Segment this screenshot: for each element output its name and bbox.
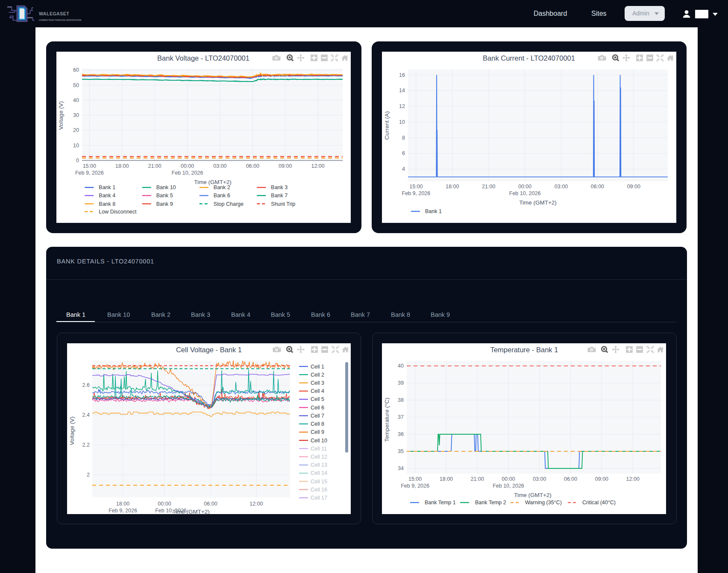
svg-text:09:00: 09:00 — [595, 476, 608, 482]
svg-text:Cell 6: Cell 6 — [311, 405, 324, 411]
svg-text:Feb 9, 2026: Feb 9, 2026 — [401, 483, 429, 489]
svg-text:12:00: 12:00 — [311, 163, 324, 169]
svg-text:CONNECTION THROUGH INTEGRATION: CONNECTION THROUGH INTEGRATION — [39, 19, 82, 21]
svg-text:00:00: 00:00 — [518, 184, 531, 190]
svg-text:Feb 9, 2026: Feb 9, 2026 — [109, 508, 137, 514]
svg-text:Bank 2: Bank 2 — [214, 184, 230, 190]
svg-text:21:00: 21:00 — [482, 184, 495, 190]
svg-text:Cell 13: Cell 13 — [311, 462, 327, 468]
svg-text:18:00: 18:00 — [446, 184, 459, 190]
svg-text:Bank 7: Bank 7 — [271, 193, 288, 199]
svg-text:21:00: 21:00 — [148, 163, 161, 169]
svg-text:12: 12 — [399, 103, 405, 109]
svg-text:Feb 9, 2026: Feb 9, 2026 — [75, 170, 104, 176]
svg-text:39: 39 — [398, 380, 404, 386]
svg-text:30: 30 — [73, 112, 79, 118]
svg-text:15:00: 15:00 — [83, 163, 96, 169]
svg-text:Cell 2: Cell 2 — [311, 372, 324, 378]
svg-text:Voltage (V): Voltage (V) — [69, 417, 75, 445]
svg-text:8: 8 — [402, 135, 405, 141]
svg-text:Cell 8: Cell 8 — [311, 421, 324, 427]
svg-text:Bank 10: Bank 10 — [156, 184, 176, 190]
svg-text:Bank Voltage - LTO24070001: Bank Voltage - LTO24070001 — [157, 54, 250, 62]
svg-text:15:00: 15:00 — [409, 184, 423, 190]
svg-text:2.6: 2.6 — [82, 382, 90, 388]
svg-text:34: 34 — [398, 465, 404, 471]
svg-text:Warning (35°C): Warning (35°C) — [525, 500, 562, 506]
svg-text:03:00: 03:00 — [213, 163, 226, 169]
svg-text:Time (GMT+2): Time (GMT+2) — [172, 509, 210, 514]
svg-text:Cell 3: Cell 3 — [311, 380, 324, 386]
svg-text:03:00: 03:00 — [555, 184, 568, 190]
svg-text:Low Disconnect: Low Disconnect — [99, 209, 137, 215]
svg-text:38: 38 — [398, 397, 404, 403]
svg-text:Cell 17: Cell 17 — [311, 495, 327, 501]
svg-text:50: 50 — [73, 82, 79, 88]
svg-text:15:00: 15:00 — [408, 476, 422, 482]
svg-text:40: 40 — [73, 97, 79, 103]
svg-text:00:00: 00:00 — [181, 163, 194, 169]
svg-text:2.4: 2.4 — [82, 412, 90, 418]
svg-text:Feb 10, 2026: Feb 10, 2026 — [172, 170, 203, 176]
svg-text:21:00: 21:00 — [471, 476, 484, 482]
svg-text:37: 37 — [398, 414, 404, 420]
svg-text:Bank Temp 2: Bank Temp 2 — [475, 500, 506, 506]
svg-text:Cell 14: Cell 14 — [311, 470, 327, 476]
svg-text:Bank 1: Bank 1 — [425, 208, 442, 214]
svg-text:Bank Current - LTO24070001: Bank Current - LTO24070001 — [483, 54, 575, 62]
svg-text:Cell 4: Cell 4 — [311, 388, 324, 394]
svg-text:12:00: 12:00 — [250, 501, 263, 507]
svg-text:00:00: 00:00 — [158, 501, 171, 507]
svg-text:Cell 9: Cell 9 — [311, 429, 324, 435]
svg-text:Bank 5: Bank 5 — [156, 193, 173, 199]
svg-text:06:00: 06:00 — [564, 476, 577, 482]
svg-text:Time (GMT+2): Time (GMT+2) — [519, 199, 557, 206]
svg-text:Bank 9: Bank 9 — [156, 201, 173, 207]
svg-text:Shunt Trip: Shunt Trip — [271, 201, 295, 207]
svg-text:Feb 10, 2026: Feb 10, 2026 — [493, 483, 524, 489]
svg-text:Cell 10: Cell 10 — [311, 438, 327, 444]
svg-text:60: 60 — [73, 67, 79, 73]
svg-text:Cell 12: Cell 12 — [311, 454, 327, 460]
svg-text:Cell 1: Cell 1 — [311, 364, 324, 370]
svg-text:06:00: 06:00 — [204, 501, 217, 507]
svg-text:Temperature - Bank 1: Temperature - Bank 1 — [490, 346, 558, 354]
svg-text:18:00: 18:00 — [440, 476, 453, 482]
svg-text:Stop Charge: Stop Charge — [214, 201, 244, 207]
svg-text:09:00: 09:00 — [627, 184, 640, 190]
svg-text:Cell 15: Cell 15 — [311, 479, 327, 485]
svg-text:WALEGASET: WALEGASET — [39, 11, 69, 16]
svg-text:6: 6 — [402, 150, 405, 156]
svg-text:20: 20 — [73, 127, 79, 133]
svg-text:2: 2 — [87, 472, 90, 478]
svg-text:Cell 11: Cell 11 — [311, 446, 327, 452]
svg-text:2.2: 2.2 — [82, 442, 90, 448]
svg-text:Bank Temp 1: Bank Temp 1 — [425, 500, 456, 506]
svg-text:Cell Voltage - Bank 1: Cell Voltage - Bank 1 — [176, 346, 242, 354]
svg-text:35: 35 — [398, 448, 404, 454]
svg-text:10: 10 — [399, 119, 405, 125]
svg-text:12:00: 12:00 — [626, 476, 640, 482]
svg-text:14: 14 — [399, 88, 405, 94]
svg-text:16: 16 — [399, 72, 405, 78]
svg-text:Feb 9, 2026: Feb 9, 2026 — [402, 190, 431, 196]
svg-text:06:00: 06:00 — [591, 184, 604, 190]
svg-text:Bank 4: Bank 4 — [99, 193, 115, 199]
svg-text:0: 0 — [76, 158, 79, 164]
svg-text:Temperature (°C): Temperature (°C) — [384, 398, 390, 442]
svg-text:18:00: 18:00 — [115, 163, 129, 169]
svg-text:Bank 3: Bank 3 — [271, 184, 288, 190]
svg-text:18:00: 18:00 — [116, 501, 129, 507]
svg-text:Voltage (V): Voltage (V) — [58, 101, 64, 130]
svg-text:03:00: 03:00 — [533, 476, 546, 482]
svg-text:Bank 1: Bank 1 — [99, 184, 115, 190]
svg-text:Critical (40°C): Critical (40°C) — [582, 500, 616, 506]
svg-text:36: 36 — [398, 431, 404, 437]
svg-text:00:00: 00:00 — [502, 476, 515, 482]
svg-text:Time (GMT+2): Time (GMT+2) — [514, 492, 552, 498]
svg-text:Cell 7: Cell 7 — [311, 413, 324, 419]
svg-text:40: 40 — [398, 363, 404, 369]
svg-text:Bank 8: Bank 8 — [99, 201, 115, 207]
svg-text:4: 4 — [402, 166, 405, 172]
svg-text:09:00: 09:00 — [279, 163, 292, 169]
